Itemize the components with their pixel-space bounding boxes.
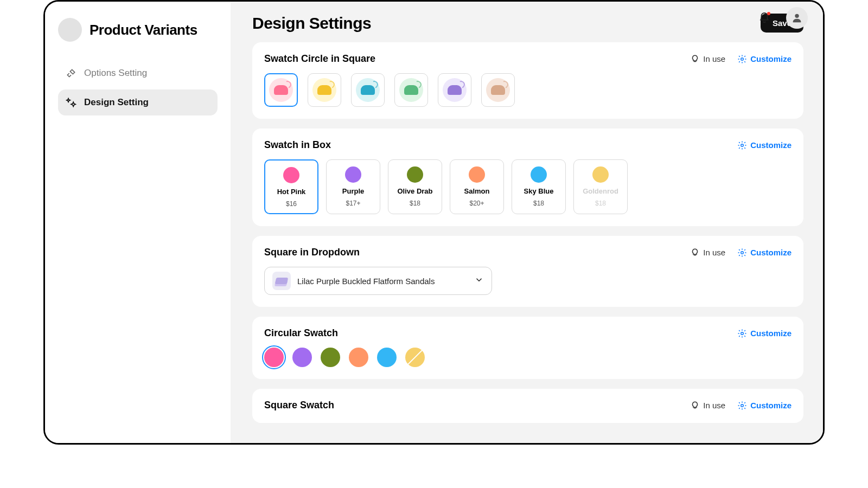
color-dot [345, 166, 361, 183]
lightbulb-icon [690, 401, 700, 410]
swatch-price: $20+ [469, 200, 484, 207]
swatch-option[interactable] [481, 73, 515, 107]
swatch-name: Goldenrod [583, 187, 618, 195]
sparkles-icon [66, 97, 76, 108]
gear-icon [737, 140, 747, 150]
gear-icon [737, 329, 747, 338]
customize-button[interactable]: Customize [737, 54, 792, 64]
swatch-option[interactable] [438, 73, 471, 107]
gear-icon [737, 401, 747, 410]
card-circular-swatch: Circular Swatch Customize [252, 317, 803, 379]
in-use-badge: In use [690, 248, 725, 258]
circular-swatch-option[interactable] [321, 348, 340, 367]
swatch-option[interactable] [264, 73, 298, 107]
circular-swatch-option[interactable] [292, 348, 312, 367]
user-icon [791, 12, 803, 24]
customize-button[interactable]: Customize [737, 401, 792, 410]
swatch-box-option[interactable]: Goldenrod $18 [573, 159, 628, 214]
circular-swatch-option[interactable] [377, 348, 397, 367]
dropdown-thumb [272, 272, 291, 290]
svg-point-1 [741, 57, 744, 60]
card-title: Circular Swatch [264, 328, 338, 339]
swatch-name: Hot Pink [277, 188, 306, 196]
color-dot [531, 166, 547, 183]
in-use-badge: In use [690, 54, 725, 64]
sidebar-item-design-setting[interactable]: Design Setting [58, 89, 218, 115]
variant-dropdown[interactable]: Lilac Purple Buckled Flatform Sandals [264, 267, 492, 295]
swatch-price: $16 [286, 200, 297, 208]
swatch-option[interactable] [394, 73, 428, 107]
sidebar-item-label: Options Setting [84, 68, 147, 79]
color-dot [407, 166, 423, 183]
swatch-box-option[interactable]: Sky Blue $18 [512, 159, 566, 214]
color-dot [592, 166, 609, 183]
tools-icon [66, 68, 76, 79]
notification-dot [767, 12, 770, 15]
customize-button[interactable]: Customize [737, 140, 792, 150]
swatch-price: $18 [410, 200, 420, 207]
card-square-in-dropdown: Square in Dropdown In use Customize [252, 236, 803, 307]
card-title: Swatch in Box [264, 139, 331, 151]
dropdown-selected-label: Lilac Purple Buckled Flatform Sandals [297, 277, 468, 286]
svg-point-2 [741, 144, 744, 146]
svg-point-3 [741, 251, 744, 254]
card-title: Swatch Circle in Square [264, 53, 375, 65]
circular-swatch-option[interactable] [349, 348, 368, 367]
svg-point-0 [795, 14, 799, 18]
svg-point-4 [741, 332, 744, 335]
swatch-name: Olive Drab [397, 187, 432, 195]
customize-button[interactable]: Customize [737, 248, 792, 258]
gear-icon [737, 248, 747, 258]
swatch-name: Purple [342, 187, 364, 195]
sidebar-item-label: Design Setting [84, 97, 149, 108]
swatch-name: Sky Blue [524, 187, 554, 195]
card-title: Square in Dropdown [264, 247, 360, 258]
swatch-box-option[interactable]: Olive Drab $18 [388, 159, 442, 214]
swatch-option[interactable] [308, 73, 341, 107]
swatch-name: Salmon [464, 187, 490, 195]
swatch-price: $18 [595, 200, 606, 207]
swatch-price: $18 [533, 200, 544, 207]
svg-point-5 [741, 404, 744, 407]
card-square-swatch: Square Swatch In use Customize [252, 389, 803, 423]
profile-button[interactable] [786, 7, 808, 29]
card-swatch-circle-in-square: Swatch Circle in Square In use Customize [252, 42, 803, 119]
gear-icon [737, 54, 747, 64]
card-title: Square Swatch [264, 400, 334, 411]
notifications-button[interactable] [754, 7, 775, 29]
swatch-option[interactable] [351, 73, 385, 107]
swatch-box-option[interactable]: Purple $17+ [326, 159, 380, 214]
card-swatch-in-box: Swatch in Box Customize Hot Pink $16 Pur… [252, 129, 803, 226]
swatch-price: $17+ [346, 200, 360, 207]
lightbulb-icon [690, 54, 700, 64]
swatch-box-option[interactable]: Hot Pink $16 [264, 159, 318, 214]
sidebar-item-options-setting[interactable]: Options Setting [58, 60, 218, 86]
chevron-down-icon [474, 275, 484, 287]
customize-button[interactable]: Customize [737, 329, 792, 338]
swatch-box-option[interactable]: Salmon $20+ [450, 159, 504, 214]
color-dot [283, 167, 299, 183]
circular-swatch-option[interactable] [405, 348, 425, 367]
circular-swatch-option[interactable] [264, 348, 284, 367]
in-use-badge: In use [690, 401, 725, 410]
lightbulb-icon [690, 248, 700, 258]
color-dot [469, 166, 485, 183]
